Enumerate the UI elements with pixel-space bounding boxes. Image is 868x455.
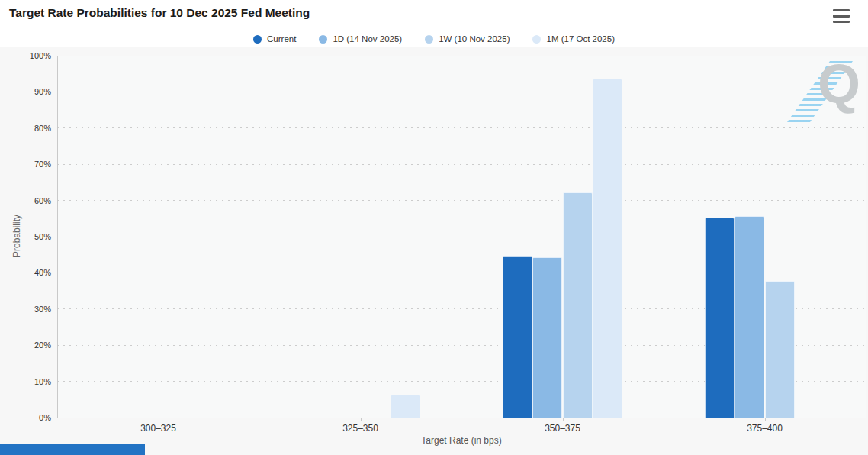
y-axis-tick-label: 50% (0, 232, 51, 241)
hamburger-menu-icon[interactable] (833, 9, 850, 23)
watermark-q-letter: Q (818, 56, 860, 111)
x-axis-category-label: 350–375 (461, 423, 664, 434)
hamburger-line (833, 9, 850, 11)
y-axis-line (57, 56, 58, 418)
y-gridline (57, 92, 866, 92)
bar-1d-350–375[interactable] (532, 257, 562, 418)
quikstrike-watermark: Q (798, 60, 868, 127)
x-axis-tick (765, 418, 766, 421)
bar-1w-375–400[interactable] (765, 281, 795, 418)
y-axis-tick-label: 20% (0, 340, 51, 350)
y-gridline (57, 56, 866, 56)
legend-marker-icon (532, 35, 541, 44)
hamburger-line (833, 21, 850, 23)
legend-item-1m[interactable]: 1M (17 Oct 2025) (532, 34, 614, 44)
legend-label: 1W (10 Nov 2025) (439, 34, 510, 44)
y-gridline (57, 164, 866, 165)
y-axis-tick-label: 100% (0, 51, 51, 60)
y-axis-tick-label: 0% (0, 413, 51, 422)
legend-item-1w[interactable]: 1W (10 Nov 2025) (425, 34, 510, 44)
y-axis-tick-label: 80% (0, 124, 51, 133)
x-axis-tick (159, 418, 159, 421)
bar-1m-350–375[interactable] (593, 79, 622, 418)
x-axis-line (57, 418, 866, 418)
legend-label: Current (267, 34, 296, 44)
legend-item-1d[interactable]: 1D (14 Nov 2025) (319, 34, 402, 44)
hamburger-line (833, 15, 850, 17)
y-axis-title: Probability (11, 213, 22, 259)
x-axis-category-label: 300–325 (57, 423, 259, 434)
bar-1m-325–350[interactable] (391, 395, 420, 418)
x-axis-tick (361, 418, 362, 421)
legend-marker-icon (425, 35, 433, 44)
legend-item-current[interactable]: Current (253, 34, 296, 44)
legend-label: 1D (14 Nov 2025) (333, 34, 402, 44)
y-axis-tick-label: 60% (0, 196, 51, 205)
y-gridline (57, 200, 866, 201)
bottom-blue-bar (0, 444, 145, 455)
bar-current-375–400[interactable] (705, 218, 735, 418)
bar-1d-375–400[interactable] (735, 216, 764, 418)
y-axis-tick-label: 30% (0, 305, 51, 314)
x-axis-category-label: 375–400 (664, 423, 866, 434)
bar-1w-350–375[interactable] (563, 192, 593, 418)
y-axis-tick-label: 70% (0, 160, 51, 169)
chart-legend: Current1D (14 Nov 2025)1W (10 Nov 2025)1… (0, 34, 868, 44)
x-axis-category-label: 325–350 (259, 423, 461, 434)
bar-current-350–375[interactable] (503, 256, 532, 418)
chart-title: Target Rate Probabilities for 10 Dec 202… (9, 6, 310, 20)
legend-marker-icon (253, 35, 262, 44)
chart-page: Target Rate Probabilities for 10 Dec 202… (0, 0, 868, 455)
y-gridline (57, 127, 866, 128)
y-axis-tick-label: 40% (0, 268, 51, 277)
x-axis-title: Target Rate (in bps) (57, 435, 866, 446)
x-axis-tick (563, 418, 564, 421)
legend-label: 1M (17 Oct 2025) (546, 34, 614, 44)
legend-marker-icon (319, 35, 327, 44)
y-axis-tick-label: 10% (0, 377, 51, 386)
y-axis-tick-label: 90% (0, 87, 51, 96)
